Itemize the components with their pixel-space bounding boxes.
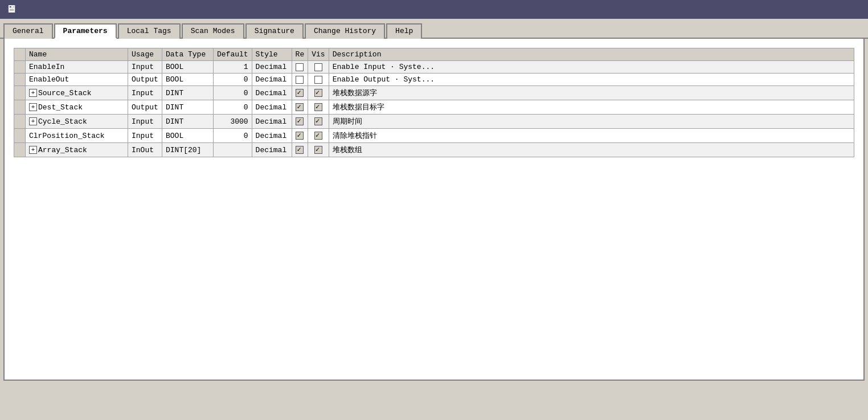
row-usage-4: Input	[128, 115, 162, 129]
row-usage-0: Input	[128, 61, 162, 74]
row-datatype-0: BOOL	[162, 61, 214, 74]
content-area: NameUsageData TypeDefaultStyleReVisDescr…	[3, 39, 865, 381]
row-datatype-1: BOOL	[162, 74, 214, 86]
tab-help[interactable]: Help	[386, 23, 422, 39]
row-default-6	[214, 143, 252, 157]
checkbox-checked-icon	[296, 103, 304, 111]
col-header-req: Re	[292, 48, 308, 61]
row-datatype-3: DINT	[162, 100, 214, 115]
row-req-3[interactable]	[292, 100, 308, 115]
row-default-1: 0	[214, 74, 252, 86]
row-description-6: 堆栈数组	[329, 143, 854, 157]
row-req-2[interactable]	[292, 86, 308, 100]
row-selector-cell	[14, 100, 26, 115]
row-default-0: 1	[214, 61, 252, 74]
row-selector-cell	[14, 61, 26, 74]
row-description-2: 堆栈数据源字	[329, 86, 854, 100]
row-style-3: Decimal	[252, 100, 292, 115]
row-usage-5: Input	[128, 129, 162, 143]
row-selector-cell	[14, 115, 26, 129]
row-datatype-4: DINT	[162, 115, 214, 129]
row-vis-0[interactable]	[308, 61, 329, 74]
row-vis-2[interactable]	[308, 86, 329, 100]
col-header-vis: Vis	[308, 48, 329, 61]
title-bar: 🖥	[0, 0, 868, 19]
tab-parameters[interactable]: Parameters	[54, 23, 117, 39]
col-header-selector	[14, 48, 26, 61]
row-selector-cell	[14, 74, 26, 86]
row-description-1: Enable Output · Syst...	[329, 74, 854, 86]
row-vis-1[interactable]	[308, 74, 329, 86]
row-req-1[interactable]	[292, 74, 308, 86]
row-vis-5[interactable]	[308, 129, 329, 143]
tab-bar: GeneralParametersLocal TagsScan ModesSig…	[0, 19, 868, 39]
row-description-0: Enable Input · Syste...	[329, 61, 854, 74]
row-default-5: 0	[214, 129, 252, 143]
row-style-2: Decimal	[252, 86, 292, 100]
row-usage-2: Input	[128, 86, 162, 100]
tab-change-history[interactable]: Change History	[305, 23, 385, 39]
row-name-5: ClrPosition_Stack	[26, 129, 128, 143]
expand-icon[interactable]: +	[29, 146, 37, 154]
row-name-6: +Array_Stack	[26, 143, 128, 157]
table-row[interactable]: EnableInInputBOOL1DecimalEnable Input · …	[14, 61, 854, 74]
row-style-0: Decimal	[252, 61, 292, 74]
row-default-4: 3000	[214, 115, 252, 129]
expand-icon[interactable]: +	[29, 103, 37, 111]
table-row[interactable]: +Array_StackInOutDINT[20]Decimal堆栈数组	[14, 143, 854, 157]
parameters-table: NameUsageData TypeDefaultStyleReVisDescr…	[14, 48, 854, 157]
row-description-4: 周期时间	[329, 115, 854, 129]
row-selector-cell	[14, 143, 26, 157]
title-bar-icon: 🖥	[6, 3, 16, 15]
row-name-4: +Cycle_Stack	[26, 115, 128, 129]
checkbox-empty-icon	[296, 63, 304, 71]
table-row[interactable]: +Source_StackInputDINT0Decimal堆栈数据源字	[14, 86, 854, 100]
row-name-2: +Source_Stack	[26, 86, 128, 100]
row-datatype-6: DINT[20]	[162, 143, 214, 157]
col-header-description: Description	[329, 48, 854, 61]
row-vis-3[interactable]	[308, 100, 329, 115]
row-usage-1: Output	[128, 74, 162, 86]
checkbox-checked-icon	[296, 89, 304, 97]
checkbox-checked-icon	[314, 117, 322, 125]
row-style-4: Decimal	[252, 115, 292, 129]
col-header-usage: Usage	[128, 48, 162, 61]
row-datatype-2: DINT	[162, 86, 214, 100]
checkbox-checked-icon	[314, 146, 322, 154]
row-req-0[interactable]	[292, 61, 308, 74]
col-header-datatype: Data Type	[162, 48, 214, 61]
row-req-5[interactable]	[292, 129, 308, 143]
tab-general[interactable]: General	[3, 23, 53, 39]
row-vis-4[interactable]	[308, 115, 329, 129]
row-description-5: 清除堆栈指针	[329, 129, 854, 143]
checkbox-empty-icon	[314, 76, 322, 84]
row-name-3: +Dest_Stack	[26, 100, 128, 115]
row-req-4[interactable]	[292, 115, 308, 129]
row-default-3: 0	[214, 100, 252, 115]
table-row[interactable]: +Cycle_StackInputDINT3000Decimal周期时间	[14, 115, 854, 129]
row-selector-cell	[14, 86, 26, 100]
tab-signature[interactable]: Signature	[245, 23, 304, 39]
checkbox-checked-icon	[314, 103, 322, 111]
checkbox-checked-icon	[314, 89, 322, 97]
row-vis-6[interactable]	[308, 143, 329, 157]
row-req-6[interactable]	[292, 143, 308, 157]
row-selector-cell	[14, 129, 26, 143]
col-header-name: Name	[26, 48, 128, 61]
row-usage-3: Output	[128, 100, 162, 115]
row-name-0: EnableIn	[26, 61, 128, 74]
expand-icon[interactable]: +	[29, 89, 37, 97]
table-row[interactable]: EnableOutOutputBOOL0DecimalEnable Output…	[14, 74, 854, 86]
row-style-6: Decimal	[252, 143, 292, 157]
tab-scan-modes[interactable]: Scan Modes	[182, 23, 244, 39]
row-default-2: 0	[214, 86, 252, 100]
table-row[interactable]: ClrPosition_StackInputBOOL0Decimal清除堆栈指针	[14, 129, 854, 143]
tab-local-tags[interactable]: Local Tags	[118, 23, 181, 39]
row-style-5: Decimal	[252, 129, 292, 143]
checkbox-empty-icon	[314, 63, 322, 71]
checkbox-checked-icon	[314, 132, 322, 140]
table-row[interactable]: +Dest_StackOutputDINT0Decimal堆栈数据目标字	[14, 100, 854, 115]
expand-icon[interactable]: +	[29, 117, 37, 125]
row-datatype-5: BOOL	[162, 129, 214, 143]
row-style-1: Decimal	[252, 74, 292, 86]
